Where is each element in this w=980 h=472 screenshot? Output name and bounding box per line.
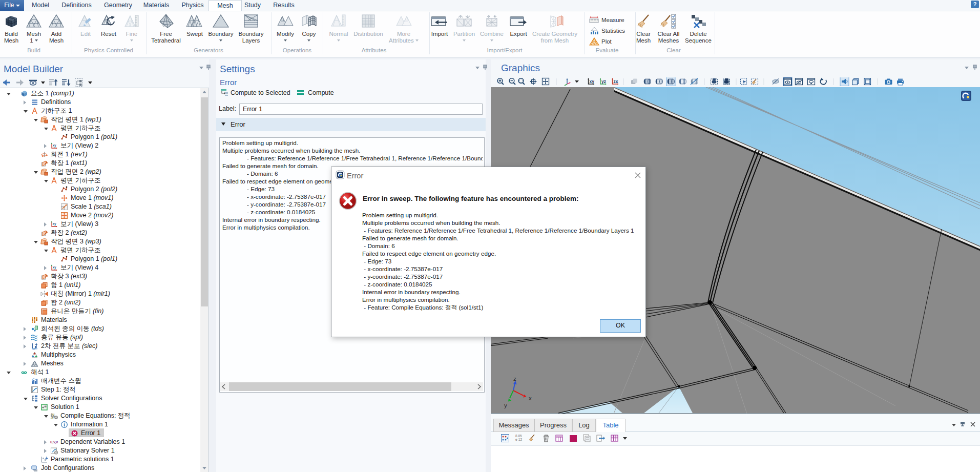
svg-text:e-12: e-12 [515, 438, 522, 441]
svg-text:xy: xy [590, 79, 595, 84]
svg-text:xy: xy [53, 265, 57, 270]
svg-text:xy: xy [53, 143, 57, 148]
svg-text:z: z [513, 376, 516, 382]
svg-text:8.85: 8.85 [515, 434, 522, 438]
svg-text:x: x [529, 395, 532, 401]
svg-text:y: y [504, 402, 507, 408]
svg-text:u,v,w: u,v,w [50, 440, 58, 444]
svg-text:zx: zx [614, 79, 618, 84]
svg-text:xy: xy [53, 222, 57, 226]
svg-text:yz: yz [601, 79, 606, 84]
